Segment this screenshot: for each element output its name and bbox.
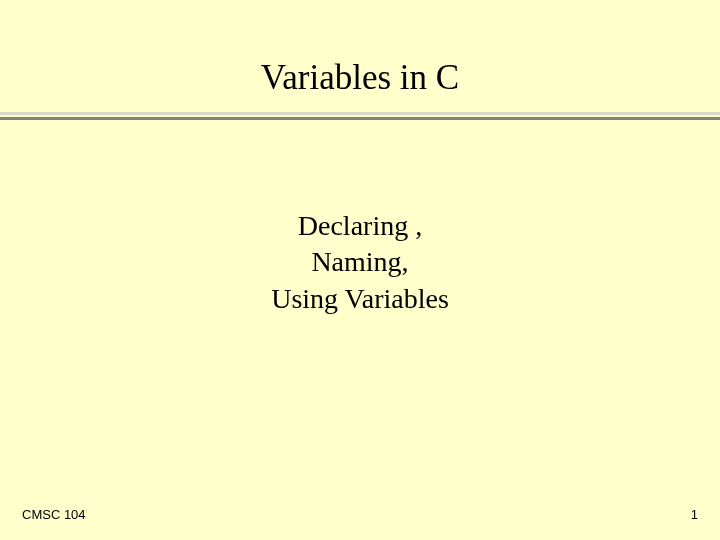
divider-light (0, 112, 720, 115)
divider-dark (0, 117, 720, 120)
slide-title: Variables in C (0, 58, 720, 98)
subtitle-line-3: Using Variables (0, 281, 720, 317)
subtitle-line-2: Naming, (0, 244, 720, 280)
footer-page-number: 1 (691, 507, 698, 522)
footer-course: CMSC 104 (22, 507, 86, 522)
slide-subtitle: Declaring , Naming, Using Variables (0, 208, 720, 317)
title-divider (0, 112, 720, 120)
slide: Variables in C Declaring , Naming, Using… (0, 0, 720, 540)
subtitle-line-1: Declaring , (0, 208, 720, 244)
